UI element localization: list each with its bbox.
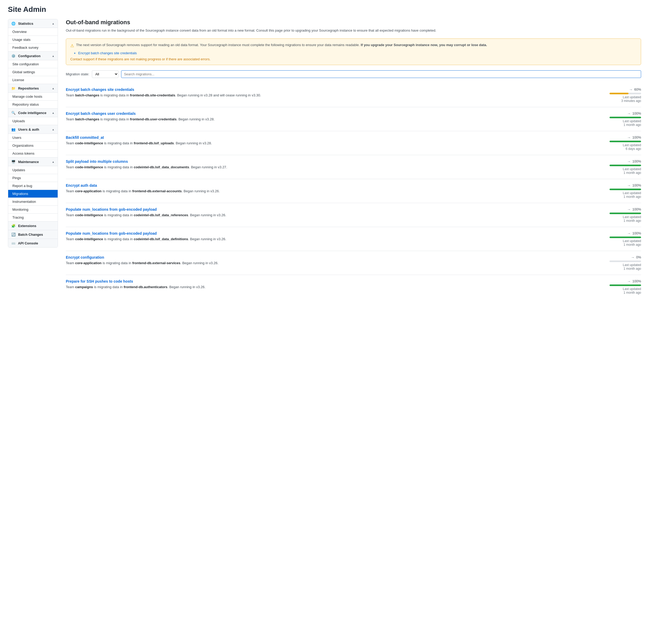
migration-updated: 1 month ago [609, 123, 641, 127]
migration-desc: Team code-intelligence is migrating data… [66, 140, 604, 146]
sidebar-item-repository-status[interactable]: Repository status [8, 100, 58, 109]
sidebar-item-overview[interactable]: Overview [8, 28, 58, 36]
migration-item: Encrypt batch changes site credentials T… [66, 83, 641, 107]
migration-left: Encrypt auth data Team core-application … [66, 183, 604, 194]
migration-left: Split payload into multiple columns Team… [66, 159, 604, 170]
puzzle-icon: 🧩 [11, 224, 15, 228]
progress-bar-fill [609, 165, 641, 166]
content-title: Out-of-band migrations [66, 19, 641, 26]
migration-percent: → 100% [609, 231, 641, 236]
migration-right: → 0% Last updated 1 month ago [604, 255, 641, 271]
sidebar-item-access-tokens[interactable]: Access tokens [8, 150, 58, 158]
migration-percent: → 0% [609, 255, 641, 259]
sidebar-item-tracing[interactable]: Tracing [8, 214, 58, 222]
migration-title[interactable]: Populate num_locations from gob-encoded … [66, 231, 604, 236]
sidebar-item-manage-code-hosts[interactable]: Manage code hosts [8, 93, 58, 100]
migration-desc: Team campaigns is migrating data in fron… [66, 284, 604, 290]
migration-percent: → 100% [609, 135, 641, 139]
progress-bar-container [609, 260, 641, 262]
sidebar-item-monitoring[interactable]: Monitoring [8, 206, 58, 214]
terminal-icon: ⌨️ [11, 241, 15, 245]
migration-percent: → 100% [609, 279, 641, 283]
migration-left: Populate num_locations from gob-encoded … [66, 207, 604, 218]
migration-state-select[interactable]: All Pending Completed Failed [92, 70, 119, 78]
people-icon: 👥 [11, 127, 15, 131]
sidebar-item-api-console[interactable]: ⌨️ API Console [8, 239, 58, 247]
content-description: Out-of-band migrations run in the backgr… [66, 28, 641, 33]
progress-bar-container [609, 237, 641, 238]
sidebar-item-report-a-bug[interactable]: Report a bug [8, 182, 58, 190]
migration-title[interactable]: Prepare for SSH pushes to code hosts [66, 279, 604, 283]
sidebar-item-uploads[interactable]: Uploads [8, 117, 58, 125]
sidebar-item-batch-changes[interactable]: 🔄 Batch Changes [8, 230, 58, 239]
sidebar-item-users[interactable]: Users [8, 134, 58, 142]
sidebar-item-updates[interactable]: Updates [8, 166, 58, 174]
percent-label: 100% [633, 135, 641, 139]
last-updated-label: Last updated [609, 215, 641, 219]
migration-title[interactable]: Encrypt auth data [66, 183, 604, 188]
sidebar-item-global-settings[interactable]: Global settings [8, 68, 58, 76]
migration-percent: → 60% [609, 87, 641, 92]
migration-desc: Team code-intelligence is migrating data… [66, 237, 604, 242]
migration-updated: 3 minutes ago [609, 99, 641, 103]
progress-bar-fill [609, 93, 629, 94]
sidebar-section-maintenance[interactable]: 🖥️ Maintenance ▲ [8, 158, 58, 166]
search-input[interactable] [121, 70, 641, 78]
migration-updated: 6 days ago [609, 147, 641, 151]
migration-left: Populate num_locations from gob-encoded … [66, 231, 604, 242]
migration-right: → 100% Last updated 1 month ago [604, 159, 641, 175]
sidebar-section-code-intelligence[interactable]: 🔍 Code intelligence ▲ [8, 109, 58, 117]
sidebar-item-extensions[interactable]: 🧩 Extensions [8, 222, 58, 230]
progress-bar-fill [609, 189, 641, 190]
migration-title[interactable]: Backfill committed_at [66, 135, 604, 139]
migration-left: Encrypt batch changes user credentials T… [66, 111, 604, 122]
migration-right: → 100% Last updated 1 month ago [604, 183, 641, 199]
migration-item: Prepare for SSH pushes to code hosts Tea… [66, 275, 641, 299]
sidebar-item-organizations[interactable]: Organizations [8, 142, 58, 150]
migration-title[interactable]: Populate num_locations from gob-encoded … [66, 207, 604, 211]
sidebar-item-license[interactable]: License [8, 76, 58, 84]
last-updated-label: Last updated [609, 287, 641, 291]
warning-bold: If you upgrade your Sourcegraph instance… [361, 43, 487, 47]
sidebar-section-configuration[interactable]: ⚙️ Configuration ▲ [8, 52, 58, 60]
last-updated-label: Last updated [609, 119, 641, 123]
arrow-icon: → [627, 207, 631, 211]
migration-title[interactable]: Encrypt batch changes user credentials [66, 111, 604, 116]
sidebar-item-pings[interactable]: Pings [8, 174, 58, 182]
sidebar-item-site-configuration[interactable]: Site configuration [8, 60, 58, 68]
migration-desc: Team code-intelligence is migrating data… [66, 165, 604, 170]
migration-updated: 1 month ago [609, 219, 641, 223]
migration-percent: → 100% [609, 159, 641, 164]
sidebar-section-users-auth[interactable]: 👥 Users & auth ▲ [8, 125, 58, 134]
migration-updated: 1 month ago [609, 195, 641, 199]
chevron-icon: ▲ [52, 54, 54, 57]
globe-icon: 🌐 [11, 21, 15, 26]
progress-bar-fill [609, 237, 641, 238]
migration-percent: → 100% [609, 111, 641, 116]
warning-icon: ⚠ [70, 43, 74, 49]
main-content: Out-of-band migrations Out-of-band migra… [58, 19, 641, 299]
sync-icon: 🔄 [11, 232, 15, 237]
progress-bar-fill [609, 284, 641, 286]
migration-item: Split payload into multiple columns Team… [66, 155, 641, 179]
percent-label: 100% [633, 207, 641, 211]
migration-updated: 1 month ago [609, 171, 641, 175]
sidebar-item-feedback-survey[interactable]: Feedback survey [8, 44, 58, 52]
migration-title[interactable]: Encrypt batch changes site credentials [66, 87, 604, 92]
warning-list-item[interactable]: Encrypt batch changes site credentials [78, 51, 637, 55]
sidebar-item-instrumentation[interactable]: Instrumentation [8, 198, 58, 206]
sidebar-item-migrations[interactable]: Migrations [8, 190, 58, 198]
code-icon: 🔍 [11, 111, 15, 115]
migration-title[interactable]: Encrypt configuration [66, 255, 604, 259]
sidebar-item-usage-stats[interactable]: Usage stats [8, 36, 58, 44]
migration-item: Populate num_locations from gob-encoded … [66, 203, 641, 227]
migration-title[interactable]: Split payload into multiple columns [66, 159, 604, 164]
migration-percent: → 100% [609, 207, 641, 211]
progress-bar-container [609, 284, 641, 286]
sidebar-section-repositories[interactable]: 📁 Repositories ▲ [8, 84, 58, 93]
percent-label: 0% [636, 255, 641, 259]
progress-bar-container [609, 189, 641, 190]
chevron-icon: ▲ [52, 111, 54, 114]
percent-label: 100% [633, 231, 641, 235]
sidebar-section-statistics[interactable]: 🌐 Statistics ▲ [8, 19, 58, 28]
